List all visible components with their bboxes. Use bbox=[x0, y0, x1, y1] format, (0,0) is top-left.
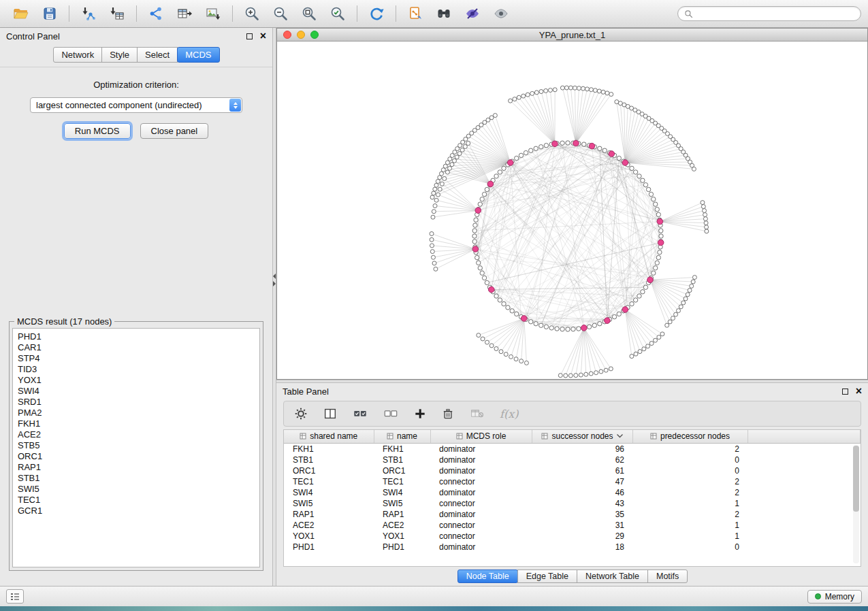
criterion-select[interactable]: largest connected component (undirected) bbox=[30, 97, 242, 113]
network-graph[interactable] bbox=[277, 42, 867, 379]
table-row[interactable]: SWI4SWI4dominator462 bbox=[284, 487, 861, 498]
column-header-name[interactable]: name bbox=[374, 430, 430, 443]
hide-analyzer-icon bbox=[464, 5, 481, 22]
search-network-button[interactable] bbox=[430, 3, 458, 24]
delete-column-button[interactable] bbox=[441, 407, 455, 420]
column-header-successor-nodes[interactable]: successor nodes bbox=[532, 430, 632, 443]
table-row[interactable]: FKH1FKH1dominator962 bbox=[284, 443, 861, 455]
table-cell: ORC1 bbox=[284, 465, 374, 476]
copy-network-button[interactable] bbox=[401, 3, 430, 24]
table-row[interactable]: RAP1RAP1dominator352 bbox=[284, 509, 861, 520]
table-row[interactable]: TEC1TEC1connector472 bbox=[284, 476, 861, 487]
show-eye-button[interactable] bbox=[487, 3, 515, 24]
mcds-result-item[interactable]: STB5 bbox=[18, 440, 259, 451]
tab-network-table[interactable]: Network Table bbox=[577, 569, 648, 583]
tab-edge-table[interactable]: Edge Table bbox=[517, 569, 577, 583]
table-cell: YOX1 bbox=[284, 531, 374, 542]
export-network-button[interactable] bbox=[142, 3, 170, 24]
network-canvas[interactable] bbox=[277, 42, 867, 379]
zoom-selected-button[interactable] bbox=[323, 3, 352, 24]
close-panel-icon[interactable]: × bbox=[260, 32, 266, 40]
export-table-icon bbox=[176, 5, 193, 22]
table-cell-filler bbox=[748, 487, 861, 498]
table-cell: 1 bbox=[632, 520, 748, 531]
mcds-result-item[interactable]: CAR1 bbox=[18, 342, 259, 353]
float-panel-icon[interactable] bbox=[246, 33, 253, 39]
vertical-splitter[interactable] bbox=[272, 28, 276, 586]
table-cell-filler bbox=[748, 509, 861, 520]
zoom-in-button[interactable] bbox=[238, 3, 266, 24]
tab-network[interactable]: Network bbox=[53, 47, 102, 63]
table-cell: connector bbox=[430, 531, 532, 542]
mcds-result-item[interactable]: RAP1 bbox=[18, 462, 259, 473]
save-button[interactable] bbox=[35, 3, 64, 24]
mcds-result-item[interactable]: ACE2 bbox=[18, 429, 259, 440]
mcds-result-item[interactable]: STP4 bbox=[18, 353, 259, 364]
mcds-result-item[interactable]: GCR1 bbox=[18, 506, 259, 516]
zoom-out-button[interactable] bbox=[266, 3, 295, 24]
import-network-button[interactable] bbox=[74, 3, 103, 24]
tab-style[interactable]: Style bbox=[101, 47, 138, 63]
mcds-result-item[interactable]: SRD1 bbox=[18, 397, 259, 408]
network-window-titlebar[interactable]: YPA_prune.txt_1 bbox=[277, 29, 867, 42]
open-folder-button[interactable] bbox=[7, 3, 35, 24]
scrollbar-thumb[interactable] bbox=[853, 446, 859, 512]
mcds-result-item[interactable]: PHD1 bbox=[18, 331, 259, 342]
search-input[interactable] bbox=[696, 9, 854, 18]
table-settings-button[interactable] bbox=[293, 406, 308, 421]
tab-select[interactable]: Select bbox=[137, 47, 178, 63]
column-header-shared-name[interactable]: shared name bbox=[284, 430, 374, 443]
run-mcds-button[interactable]: Run MCDS bbox=[64, 123, 131, 139]
mcds-result-item[interactable]: FKH1 bbox=[18, 418, 259, 429]
panel-menu-button[interactable] bbox=[6, 589, 24, 604]
tab-mcds[interactable]: MCDS bbox=[177, 47, 219, 63]
memory-label: Memory bbox=[825, 592, 854, 601]
mcds-result-item[interactable]: TID3 bbox=[18, 364, 259, 375]
table-row[interactable]: YOX1YOX1connector291 bbox=[284, 531, 861, 542]
column-header-predecessor-nodes[interactable]: predecessor nodes bbox=[632, 430, 748, 443]
table-row[interactable]: PHD1PHD1dominator180 bbox=[284, 542, 861, 552]
table-cell-filler bbox=[748, 476, 861, 487]
close-panel-button[interactable]: Close panel bbox=[140, 123, 209, 139]
table-cell: YOX1 bbox=[374, 531, 430, 542]
hide-analyzer-button[interactable] bbox=[458, 3, 487, 24]
window-minimize-icon[interactable] bbox=[297, 31, 305, 39]
mcds-result-item[interactable]: ORC1 bbox=[18, 451, 259, 462]
search-box[interactable] bbox=[677, 6, 861, 21]
export-image-button[interactable] bbox=[199, 3, 227, 24]
table-cell: dominator bbox=[430, 487, 532, 498]
table-row[interactable]: STB1STB1dominator620 bbox=[284, 455, 861, 465]
export-table-button[interactable] bbox=[170, 3, 199, 24]
window-zoom-icon[interactable] bbox=[310, 31, 319, 39]
table-cell: 43 bbox=[532, 498, 632, 509]
select-all-button[interactable] bbox=[352, 406, 368, 421]
mcds-result-item[interactable]: SWI4 bbox=[18, 386, 259, 397]
show-columns-button[interactable] bbox=[323, 406, 338, 421]
mcds-result-item[interactable]: YOX1 bbox=[18, 375, 259, 386]
import-table-button[interactable] bbox=[103, 3, 131, 24]
add-column-button[interactable] bbox=[413, 407, 427, 420]
splitter-handle-icon[interactable] bbox=[273, 274, 276, 286]
deselect-all-button[interactable] bbox=[383, 406, 399, 421]
window-close-icon[interactable] bbox=[283, 31, 291, 39]
mcds-result-item[interactable]: TEC1 bbox=[18, 495, 259, 506]
table-row[interactable]: SWI5SWI5connector431 bbox=[284, 498, 861, 509]
tab-motifs[interactable]: Motifs bbox=[647, 569, 688, 583]
memory-button[interactable]: Memory bbox=[807, 590, 862, 604]
column-header-filler bbox=[748, 430, 861, 443]
tab-node-table[interactable]: Node Table bbox=[457, 569, 518, 583]
column-header-mcds-role[interactable]: MCDS role bbox=[430, 430, 532, 443]
mcds-result-item[interactable]: STB1 bbox=[18, 473, 259, 484]
mcds-result-item[interactable]: SWI5 bbox=[18, 484, 259, 495]
table-row[interactable]: ORC1ORC1dominator610 bbox=[284, 465, 861, 476]
float-table-panel-icon[interactable] bbox=[842, 389, 848, 395]
zoom-fit-button[interactable] bbox=[295, 3, 323, 24]
table-scrollbar[interactable] bbox=[853, 445, 859, 563]
close-table-panel-icon[interactable]: × bbox=[856, 387, 862, 395]
mcds-result-list[interactable]: PHD1CAR1STP4TID3YOX1SWI4SRD1PMA2FKH1ACE2… bbox=[12, 328, 260, 567]
table-row[interactable]: ACE2ACE2connector311 bbox=[284, 520, 861, 531]
refresh-button[interactable] bbox=[362, 3, 391, 24]
select-stepper-icon[interactable] bbox=[229, 99, 241, 112]
zoom-in-icon bbox=[244, 5, 260, 22]
mcds-result-item[interactable]: PMA2 bbox=[18, 408, 259, 418]
